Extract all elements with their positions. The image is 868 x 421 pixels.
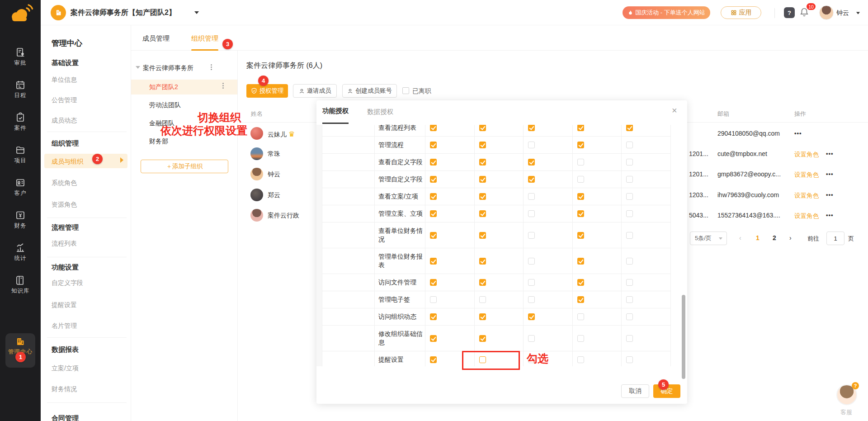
tree-node[interactable]: 财务部 [149,137,168,146]
permission-checkbox-checked[interactable] [479,232,486,239]
permission-checkbox-checked[interactable] [528,125,535,131]
nav-item-process-list[interactable]: 流程列表 [52,240,77,248]
pagination-page-1[interactable]: 1 [756,234,760,241]
tree-node-menu-icon[interactable] [222,83,224,84]
permission-checkbox-checked[interactable] [430,193,437,200]
nav-item-unit-info[interactable]: 单位信息 [52,76,77,84]
permission-checkbox-checked[interactable] [479,159,486,166]
permission-checkbox-checked[interactable] [479,142,486,148]
permission-checkbox-unchecked[interactable] [577,313,584,320]
permission-checkbox-checked[interactable] [430,356,437,363]
set-role-link[interactable]: 设置角色 [794,151,819,159]
tree-node[interactable]: 劳动法团队 [149,101,181,109]
panel-tab-data-auth[interactable]: 数据授权 [367,108,393,116]
set-role-link[interactable]: 设置角色 [794,192,819,200]
permission-checkbox-checked[interactable] [430,142,437,148]
invite-member-button[interactable]: 邀请成员 [293,84,337,98]
permission-checkbox-unchecked[interactable] [528,258,535,265]
pagination-next-button[interactable]: › [789,234,792,241]
nav-item-announcement[interactable]: 公告管理 [52,96,77,104]
permission-checkbox-checked[interactable] [577,279,584,286]
more-actions-button[interactable]: ••• [826,150,834,157]
permission-checkbox-unchecked[interactable] [577,335,584,342]
permission-checkbox-checked[interactable] [430,125,437,131]
permission-checkbox-unchecked[interactable] [528,279,535,286]
tree-expand-caret-icon[interactable] [136,66,140,69]
permission-checkbox-checked[interactable] [577,296,584,303]
set-role-link[interactable]: 设置角色 [794,212,819,220]
member-name[interactable]: 郑云 [268,191,280,199]
permission-checkbox-checked[interactable] [528,159,535,166]
create-account-button[interactable]: 创建成员账号 [342,84,397,98]
auth-management-button[interactable]: 授权管理 [246,84,288,98]
member-name[interactable]: 钟云 [268,170,280,179]
more-actions-button[interactable]: ••• [826,191,834,198]
permission-checkbox-unchecked[interactable] [528,210,535,217]
tab-member-management[interactable]: 成员管理 [142,34,170,43]
nav-item-member-activity[interactable]: 成员动态 [52,117,77,125]
tree-node-selected[interactable]: 知产团队2 [149,83,178,91]
nav-item-reminder-settings[interactable]: 提醒设置 [52,301,77,309]
permission-checkbox-unchecked[interactable] [626,210,633,217]
member-name[interactable]: 云妹儿♛ [268,130,295,139]
sidebar-item-schedule[interactable]: 日程 [0,80,41,99]
permission-checkbox-checked[interactable] [430,279,437,286]
close-icon[interactable]: × [672,106,677,115]
permission-checkbox-unchecked[interactable] [626,335,633,342]
permission-checkbox-checked[interactable] [430,335,437,342]
permission-checkbox-checked[interactable] [577,210,584,217]
permission-checkbox-unchecked[interactable] [577,159,584,166]
sidebar-item-finance[interactable]: 财务 [0,210,41,230]
sidebar-item-case[interactable]: 案件 [0,112,41,132]
permission-checkbox-unchecked[interactable] [430,296,437,303]
tree-root-node[interactable]: 案件云律师事务所 [143,64,193,72]
permission-checkbox-checked[interactable] [430,313,437,320]
sidebar-item-knowledge[interactable]: 知识库 [0,275,41,295]
nav-item-members-org[interactable]: 成员与组织 [52,158,83,166]
more-actions-button[interactable]: ••• [826,212,834,218]
permission-checkbox-unchecked[interactable] [577,176,584,183]
permission-checkbox-unchecked[interactable] [626,258,633,265]
help-button[interactable]: ? [784,7,795,18]
permission-checkbox-unchecked[interactable] [479,296,486,303]
goto-page-input[interactable]: 1 [826,232,844,245]
permission-checkbox-unchecked[interactable] [626,279,633,286]
permission-checkbox-unchecked[interactable] [626,296,633,303]
nav-item-custom-fields[interactable]: 自定义字段 [52,279,83,287]
permission-checkbox-checked[interactable] [528,176,535,183]
promo-banner-button[interactable]: 国庆活动 - 下单送个人网站 [623,6,710,19]
permission-checkbox-unchecked[interactable] [626,193,633,200]
apps-button[interactable]: 应用 [721,6,761,19]
permission-checkbox-checked[interactable] [479,335,486,342]
sidebar-item-project[interactable]: 项目 [0,145,41,165]
permission-checkbox-checked[interactable] [430,258,437,265]
permission-checkbox-checked[interactable] [479,210,486,217]
org-switch-caret-icon[interactable] [194,11,199,14]
pagination-prev-button[interactable]: ‹ [739,234,741,241]
permission-checkbox-unchecked[interactable] [626,176,633,183]
permission-checkbox-checked[interactable] [479,258,486,265]
panel-scrollbar[interactable] [682,295,685,379]
add-sub-org-button[interactable]: ＋添加子组织 [141,160,228,173]
resigned-checkbox[interactable] [402,87,409,94]
permission-checkbox-checked[interactable] [479,279,486,286]
permission-checkbox-checked[interactable] [479,125,486,131]
permission-checkbox-unchecked[interactable] [528,193,535,200]
permission-checkbox-checked[interactable] [577,193,584,200]
set-role-link[interactable]: 设置角色 [794,171,819,179]
permission-checkbox-checked[interactable] [430,232,437,239]
permission-checkbox-unchecked[interactable] [528,142,535,148]
permission-checkbox-unchecked[interactable] [528,335,535,342]
panel-tab-function-auth[interactable]: 功能授权 [322,107,349,115]
cancel-button[interactable]: 取消 [621,384,649,398]
pagination-page-2[interactable]: 2 [773,234,776,241]
permission-checkbox-checked[interactable] [577,125,584,131]
permission-checkbox-unchecked[interactable] [626,142,633,148]
permission-checkbox-checked[interactable] [479,193,486,200]
permission-checkbox-checked[interactable] [430,176,437,183]
nav-item-case-filing[interactable]: 立案/立项 [52,364,79,373]
nav-item-resource-roles[interactable]: 资源角色 [52,201,77,209]
sidebar-item-stats[interactable]: 统计 [0,242,41,262]
permission-checkbox-checked[interactable] [626,125,633,131]
permission-checkbox-unchecked[interactable] [528,296,535,303]
